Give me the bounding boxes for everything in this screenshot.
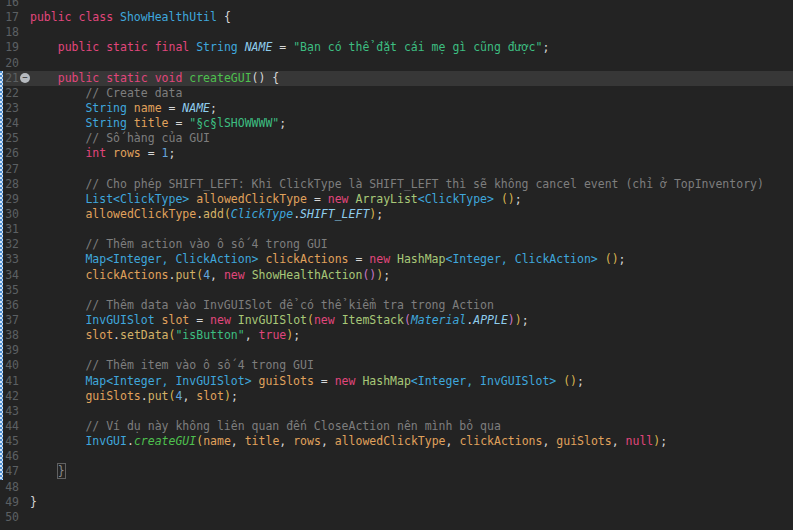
code-line-32[interactable]: 32 // Thêm action vào ô số 4 trong GUI (0, 237, 793, 252)
code-token (30, 328, 85, 342)
code-line-47[interactable]: 47 } (0, 464, 793, 479)
code-token (30, 268, 85, 282)
code-line-39[interactable]: 39 (0, 343, 793, 358)
code-line-30[interactable]: 30 allowedClickType.add(ClickType.SHIFT_… (0, 207, 793, 222)
code-line-44[interactable]: 44 // Ví dụ này không liên quan đến Clos… (0, 419, 793, 434)
code-editor[interactable]: 1617public class ShowHealthUtil {1819 pu… (0, 0, 793, 530)
code-text (30, 0, 793, 10)
code-text: // Thêm data vào InvGUISlot để có thể ki… (30, 298, 793, 313)
code-text (30, 449, 793, 464)
code-line-16[interactable]: 16 (0, 0, 793, 10)
code-token: , (210, 268, 224, 282)
fold-minus-icon[interactable]: − (20, 73, 30, 83)
gutter: 18 (0, 25, 30, 40)
line-number: 23 (5, 101, 19, 116)
code-token: () (362, 268, 376, 282)
code-line-45[interactable]: 45 InvGUI.createGUI(name, title, rows, a… (0, 434, 793, 449)
code-line-25[interactable]: 25 // Số hàng của GUI (0, 131, 793, 146)
gutter: 45 (0, 434, 30, 449)
code-line-36[interactable]: 36 // Thêm data vào InvGUISlot để có thể… (0, 298, 793, 313)
code-line-21[interactable]: 21− public static void createGUI() { (0, 71, 793, 86)
code-token: new (210, 313, 238, 327)
code-token: ; (293, 328, 300, 342)
gutter: 41 (0, 374, 30, 389)
code-token (30, 40, 58, 54)
code-line-28[interactable]: 28 // Cho phép SHIFT_LEFT: Khi ClickType… (0, 177, 793, 192)
code-line-34[interactable]: 34 clickActions.put(4, new ShowHealthAct… (0, 268, 793, 283)
code-text: slot.setData("isButton", true); (30, 328, 793, 343)
gutter: 19 (0, 40, 30, 55)
gutter: 35 (0, 283, 30, 298)
gutter: 43 (0, 404, 30, 419)
line-number: 26 (5, 146, 19, 161)
code-line-23[interactable]: 23 String name = NAME; (0, 101, 793, 116)
code-token (30, 374, 85, 388)
code-token (30, 86, 85, 100)
code-token: = (168, 116, 189, 130)
code-token: () (501, 192, 515, 206)
code-token: public static void (58, 71, 190, 85)
code-line-42[interactable]: 42 guiSlots.put(4, slot); (0, 389, 793, 404)
code-token: // Thêm item vào ô số 4 trong GUI (85, 358, 313, 372)
line-number: 42 (5, 389, 19, 404)
code-line-27[interactable]: 27 (0, 162, 793, 177)
gutter: 33 (0, 252, 30, 267)
code-token: = (314, 374, 335, 388)
code-text: // Số hàng của GUI (30, 131, 793, 146)
code-token: InvGUISlot (238, 313, 307, 327)
code-token: guiSlots (556, 434, 611, 448)
code-text: // Cho phép SHIFT_LEFT: Khi ClickType là… (30, 177, 793, 192)
code-token (30, 419, 85, 433)
code-text: public static void createGUI() { (30, 71, 793, 86)
code-line-40[interactable]: 40 // Thêm item vào ô số 4 trong GUI (0, 358, 793, 373)
code-line-19[interactable]: 19 public static final String NAME = "Bạ… (0, 40, 793, 55)
code-token: guiSlots (85, 389, 140, 403)
gutter: 16 (0, 0, 30, 10)
gutter: 46 (0, 449, 30, 464)
code-token: clickActions (459, 434, 542, 448)
code-line-49[interactable]: 49} (0, 495, 793, 510)
gutter: 20 (0, 56, 30, 71)
code-line-20[interactable]: 20 (0, 56, 793, 71)
line-number: 36 (5, 298, 19, 313)
code-line-48[interactable]: 48 (0, 480, 793, 495)
gutter: 39 (0, 343, 30, 358)
code-lines: 1617public class ShowHealthUtil {1819 pu… (0, 0, 793, 525)
code-token: ) (224, 389, 231, 403)
code-token: true (259, 328, 287, 342)
code-line-24[interactable]: 24 String title = "§c§lSHOWWWW"; (0, 116, 793, 131)
code-line-17[interactable]: 17public class ShowHealthUtil { (0, 10, 793, 25)
line-number: 35 (5, 283, 19, 298)
code-token: put (148, 389, 169, 403)
line-number: 50 (5, 510, 19, 525)
code-line-43[interactable]: 43 (0, 404, 793, 419)
code-line-26[interactable]: 26 int rows = 1; (0, 146, 793, 161)
vcs-change-bar[interactable] (0, 71, 3, 480)
code-text: allowedClickType.add(ClickType.SHIFT_LEF… (30, 207, 793, 222)
code-token: InvGUISlot (85, 313, 161, 327)
code-line-33[interactable]: 33 Map<Integer, ClickAction> clickAction… (0, 252, 793, 267)
line-number: 24 (5, 116, 19, 131)
code-token: , (231, 434, 245, 448)
code-line-31[interactable]: 31 (0, 222, 793, 237)
line-number: 34 (5, 268, 19, 283)
code-line-35[interactable]: 35 (0, 283, 793, 298)
code-token: add (203, 207, 224, 221)
code-line-46[interactable]: 46 (0, 449, 793, 464)
code-token: allowedClickType (335, 434, 446, 448)
code-line-18[interactable]: 18 (0, 25, 793, 40)
code-token: = (141, 146, 162, 160)
code-line-29[interactable]: 29 List<ClickType> allowedClickType = ne… (0, 192, 793, 207)
code-line-38[interactable]: 38 slot.setData("isButton", true); (0, 328, 793, 343)
code-token: HashMap (362, 374, 410, 388)
code-line-22[interactable]: 22 // Create data (0, 86, 793, 101)
code-line-50[interactable]: 50 (0, 510, 793, 525)
code-token (30, 207, 85, 221)
code-line-41[interactable]: 41 Map<Integer, InvGUISlot> guiSlots = n… (0, 374, 793, 389)
code-line-37[interactable]: 37 InvGUISlot slot = new InvGUISlot(new … (0, 313, 793, 328)
code-text: // Create data (30, 86, 793, 101)
code-text: } (30, 495, 793, 510)
code-text (30, 56, 793, 71)
line-number: 48 (5, 480, 19, 495)
code-token: "isButton" (175, 328, 244, 342)
